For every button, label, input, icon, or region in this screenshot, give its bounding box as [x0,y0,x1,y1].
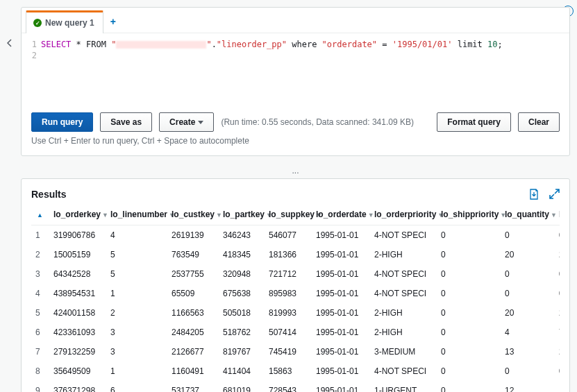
cell: 65509 [167,284,219,303]
table-row: 1319906786426191393462435460771995-01-01… [31,225,560,246]
table-row: 83564950911160491411404158631995-01-014-… [31,361,560,381]
add-tab-button[interactable]: + [103,10,123,33]
check-circle-icon: ✓ [33,19,42,27]
cell: 279132259 [49,342,106,361]
cell: 507414 [265,323,312,342]
col-index[interactable]: ▲ [31,204,49,225]
download-csv-icon[interactable] [528,189,540,200]
cell: 0 [437,361,501,381]
cell: 505018 [219,303,265,323]
col-lo_orderpriority[interactable]: lo_orderpriority▼ [370,204,437,225]
cell: 2484205 [167,323,219,342]
cell: 0 [555,361,560,381]
col-lo_linenumber[interactable]: lo_linenumber▼ [106,204,167,225]
tab-label: New query 1 [45,18,94,28]
cell: 423361093 [49,323,106,342]
cell: 1995-01-01 [312,225,370,246]
table-row: 937637129865317376810197285431995-01-011… [31,381,560,392]
format-query-button[interactable]: Format query [437,112,511,132]
cell: 1995-01-01 [312,323,370,342]
save-as-button[interactable]: Save as [100,112,152,132]
cell: 2 [106,303,167,323]
cell: 376371298 [49,381,106,392]
table-row: 364342528525377553209487217121995-01-014… [31,264,560,284]
cell: 5 [106,264,167,284]
tab-bar: ✓ New query 1 + [22,8,569,33]
cell: 1995-01-01 [312,264,370,284]
cell: 1995-01-01 [312,303,370,323]
col-lo_partkey[interactable]: lo_partkey▼ [219,204,265,225]
cell: 64342528 [49,264,106,284]
cell: 9 [31,381,49,392]
cell: 1 [106,361,167,381]
cell: 25 [555,245,560,264]
cell: 2-HIGH [370,303,437,323]
cell: 675638 [219,284,265,303]
cell: 1 [31,225,49,246]
run-stats: (Run time: 0.55 seconds, Data scanned: 3… [221,117,414,127]
cell: 181366 [265,245,312,264]
cell: 895983 [265,284,312,303]
cell: 2 [31,245,49,264]
cell: 0 [437,303,501,323]
table-row: 5424001158211665635050188199931995-01-01… [31,303,560,323]
cell: 411404 [219,361,265,381]
col-lo_shippriority[interactable]: lo_shippriority▼ [437,204,501,225]
cell: 5 [106,245,167,264]
col-lo_orderdate[interactable]: lo_orderdate▼ [312,204,370,225]
cell: 3 [106,323,167,342]
chevron-down-icon [198,121,203,124]
cell: 3 [31,264,49,284]
cell: 763549 [167,245,219,264]
collapse-sidebar-handle[interactable] [4,35,15,51]
cell: 2-HIGH [370,323,437,342]
cell: 745419 [265,342,312,361]
cell: 0 [501,284,555,303]
cell: 4 [106,225,167,246]
sql-code[interactable]: SELECT * FROM ""."lineorder_pp" where "o… [41,37,564,103]
run-query-button[interactable]: Run query [31,112,93,132]
cell: 424001158 [49,303,106,323]
cell: 346243 [219,225,265,246]
cell: 0 [501,361,555,381]
cell: 0 [555,284,560,303]
cell: 0 [437,264,501,284]
cell: 7 [31,342,49,361]
cell: 418345 [219,245,265,264]
table-row: 6423361093324842055187625074141995-01-01… [31,323,560,342]
sql-editor[interactable]: 12 SELECT * FROM ""."lineorder_pp" where… [22,33,569,103]
cell: 819767 [219,342,265,361]
expand-icon[interactable] [549,189,560,200]
create-dropdown-button[interactable]: Create [159,112,214,132]
cell: 0 [437,225,501,246]
query-tab-1[interactable]: ✓ New query 1 [26,10,103,33]
cell: 4-NOT SPECI [370,225,437,246]
col-lo_custkey[interactable]: lo_custkey▼ [167,204,219,225]
cell: 2126677 [167,342,219,361]
col-lo[interactable]: lo▼ [555,204,560,225]
cell: 0 [437,381,501,392]
col-lo_quantity[interactable]: lo_quantity▼ [501,204,555,225]
table-row: 21500515957635494183451813661995-01-012-… [31,245,560,264]
cell: 0 [437,245,501,264]
cell: 4 [501,323,555,342]
cell: 518762 [219,323,265,342]
clear-button[interactable]: Clear [518,112,560,132]
cell: 0 [501,225,555,246]
cell: 819993 [265,303,312,323]
table-row: 7279132259321266778197677454191995-01-01… [31,342,560,361]
editor-hint: Use Ctrl + Enter to run query, Ctrl + Sp… [22,136,569,155]
panel-resize-handle[interactable]: ... [21,166,570,178]
table-row: 44389545311655096756388959831995-01-014-… [31,284,560,303]
cell: 2537755 [167,264,219,284]
col-lo_suppkey[interactable]: lo_suppkey▼ [265,204,312,225]
cell: 15005159 [49,245,106,264]
cell: 0 [437,323,501,342]
cell: 1160491 [167,361,219,381]
cell: 4-NOT SPECI [370,264,437,284]
cell: 0 [501,264,555,284]
cell: 4 [31,284,49,303]
cell: 3-MEDIUM [370,342,437,361]
col-lo_orderkey[interactable]: lo_orderkey▼ [49,204,106,225]
cell: 438954531 [49,284,106,303]
